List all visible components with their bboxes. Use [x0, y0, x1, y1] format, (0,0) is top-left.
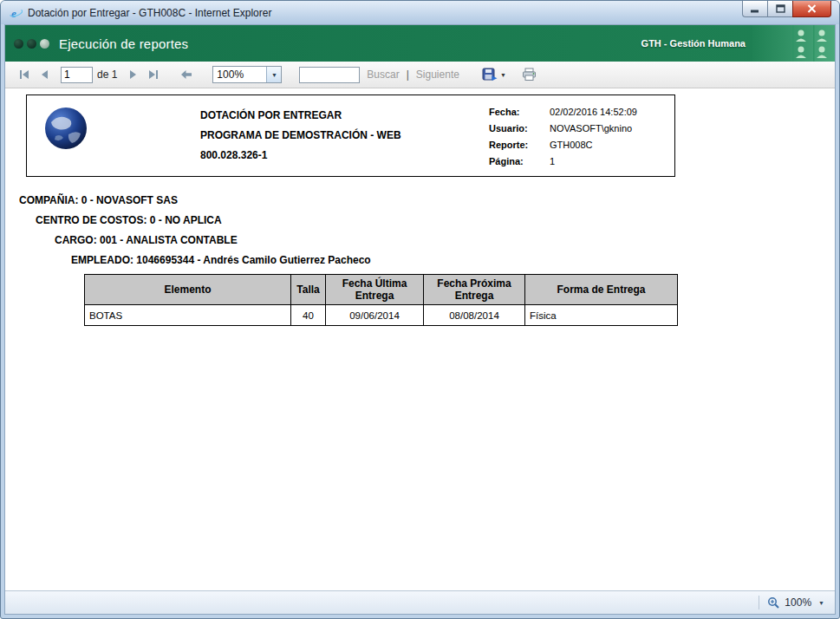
- svg-text:e: e: [11, 6, 16, 19]
- back-to-parent-button[interactable]: [178, 66, 195, 83]
- table-cell: 08/08/2014: [424, 305, 525, 326]
- find-next-link[interactable]: Siguiente: [416, 68, 459, 81]
- table-cell: BOTAS: [85, 305, 291, 326]
- browser-client-area: Ejecución de reportes GTH - Gestión Huma…: [4, 24, 836, 615]
- meta-value: 1: [550, 153, 555, 170]
- column-header: Elemento: [85, 275, 291, 305]
- meta-label: Reporte:: [489, 137, 550, 153]
- meta-value: NOVASOFT\gknino: [550, 121, 632, 137]
- meta-row: Fecha: 02/02/2016 14:52:09: [489, 104, 637, 121]
- meta-row: Página: 1: [489, 153, 637, 170]
- statusbar-separator: [759, 596, 759, 609]
- zoom-select[interactable]: 100% ▼: [212, 66, 282, 83]
- table-cell: Física: [525, 305, 678, 326]
- header-dots-icon: [14, 39, 49, 49]
- close-button[interactable]: [792, 1, 831, 17]
- column-header: Forma de Entrega: [525, 275, 678, 305]
- ie-logo-icon: e: [9, 6, 23, 20]
- window-title: Dotación por Entregar - GTH008C - Intern…: [28, 7, 271, 19]
- meta-row: Usuario: NOVASOFT\gknino: [489, 121, 637, 137]
- report-meta: Fecha: 02/02/2016 14:52:09 Usuario: NOVA…: [489, 104, 637, 170]
- print-icon: [522, 68, 537, 81]
- report-header-box: DOTACIÓN POR ENTREGAR PROGRAMA DE DEMOST…: [26, 94, 675, 177]
- maximize-button[interactable]: [767, 1, 792, 17]
- statusbar-zoom-control[interactable]: 100% ▼: [767, 596, 824, 609]
- maximize-icon: [776, 4, 785, 13]
- meta-row: Reporte: GTH008C: [489, 137, 637, 153]
- close-icon: [807, 4, 817, 13]
- meta-label: Página:: [489, 153, 550, 170]
- brand-label: GTH - Gestión Humana: [641, 38, 746, 49]
- column-header: Fecha Última Entrega: [326, 275, 424, 305]
- chevron-down-icon: ▼: [818, 600, 824, 606]
- print-button[interactable]: [522, 68, 537, 81]
- page-number-input[interactable]: [61, 67, 93, 83]
- table-row: BOTAS 40 09/06/2014 08/08/2014 Física: [85, 305, 678, 326]
- app-header: Ejecución de reportes GTH - Gestión Huma…: [5, 25, 835, 62]
- last-page-button[interactable]: [145, 66, 162, 83]
- column-header: Talla: [291, 275, 326, 305]
- find-separator: |: [407, 68, 409, 81]
- statusbar-zoom-level: 100%: [785, 596, 811, 609]
- report-title: DOTACIÓN POR ENTREGAR: [200, 106, 401, 126]
- group-cargo: CARGO: 001 - ANALISTA CONTABLE: [55, 234, 835, 246]
- globe-image: [44, 107, 88, 150]
- brand-area: GTH - Gestión Humana: [641, 25, 835, 62]
- report-table: Elemento Talla Fecha Última Entrega Fech…: [84, 274, 678, 326]
- app-title: Ejecución de reportes: [59, 36, 188, 51]
- statusbar: 100% ▼: [5, 590, 835, 614]
- group-compania: COMPAÑIA: 0 - NOVASOFT SAS: [19, 194, 835, 206]
- minimize-icon: [751, 5, 759, 13]
- table-cell: 09/06/2014: [326, 305, 424, 326]
- last-page-icon: [147, 68, 160, 81]
- export-save-icon: [482, 68, 498, 81]
- export-button[interactable]: ▼: [482, 68, 506, 81]
- table-cell: 40: [291, 305, 326, 326]
- report-toolbar: de 1 100% ▼ Buscar |: [5, 62, 835, 88]
- meta-label: Fecha:: [489, 104, 550, 121]
- next-page-icon: [126, 68, 140, 81]
- column-header: Fecha Próxima Entrega: [424, 275, 525, 305]
- page-count-label: de 1: [97, 68, 117, 81]
- people-graphic: [752, 25, 835, 62]
- chevron-down-icon: ▼: [500, 72, 506, 78]
- ie-window: e Dotación por Entregar - GTH008C - Inte…: [0, 0, 840, 619]
- group-centro-costos: CENTRO DE COSTOS: 0 - NO APLICA: [36, 214, 835, 226]
- minimize-button[interactable]: [742, 1, 767, 17]
- meta-value: GTH008C: [550, 137, 593, 153]
- search-input[interactable]: [299, 67, 360, 83]
- report-groups: COMPAÑIA: 0 - NOVASOFT SAS CENTRO DE COS…: [5, 194, 835, 266]
- group-empleado: EMPLEADO: 1046695344 - Andrés Camilo Gut…: [71, 254, 835, 266]
- meta-value: 02/02/2016 14:52:09: [550, 104, 637, 121]
- report-content: DOTACIÓN POR ENTREGAR PROGRAMA DE DEMOST…: [5, 88, 835, 590]
- next-page-button[interactable]: [124, 66, 141, 83]
- zoom-select-value: 100%: [213, 67, 266, 82]
- titlebar[interactable]: e Dotación por Entregar - GTH008C - Inte…: [1, 1, 839, 24]
- first-page-button[interactable]: [16, 66, 33, 83]
- report-subtitle: PROGRAMA DE DEMOSTRACIÓN - WEB: [200, 126, 401, 146]
- zoom-magnifier-icon: [767, 596, 780, 609]
- meta-label: Usuario:: [489, 121, 550, 137]
- report-titles: DOTACIÓN POR ENTREGAR PROGRAMA DE DEMOST…: [200, 106, 401, 166]
- chevron-down-icon: ▼: [266, 67, 281, 82]
- back-arrow-icon: [179, 68, 193, 81]
- report-nit: 800.028.326-1: [200, 146, 401, 166]
- find-link[interactable]: Buscar: [367, 68, 399, 81]
- previous-page-button[interactable]: [36, 66, 54, 83]
- first-page-icon: [17, 68, 31, 81]
- previous-page-icon: [38, 68, 52, 81]
- table-header-row: Elemento Talla Fecha Última Entrega Fech…: [85, 275, 678, 305]
- window-controls: [742, 1, 831, 17]
